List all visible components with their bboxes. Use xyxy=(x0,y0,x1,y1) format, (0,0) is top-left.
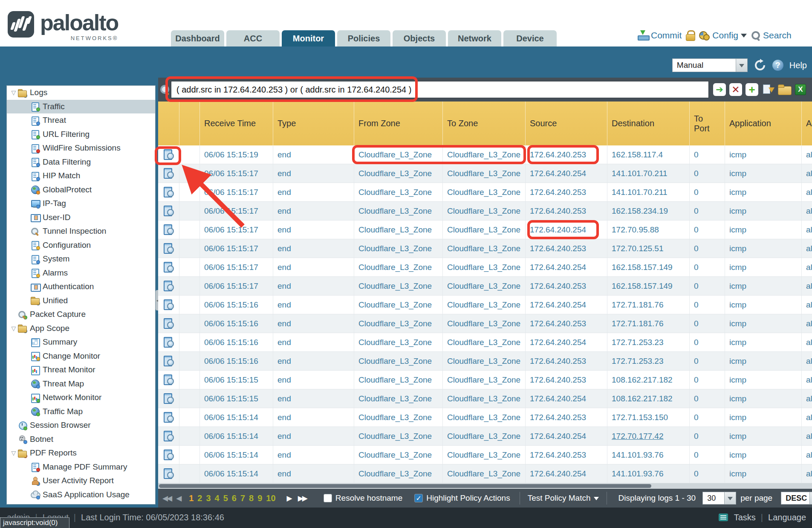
column-header-destination[interactable]: Destination xyxy=(607,102,689,145)
cell-to-port[interactable]: 0 xyxy=(689,427,725,445)
tasks-button[interactable]: Tasks xyxy=(734,513,756,522)
refresh-mode-select[interactable]: Manual xyxy=(672,58,748,72)
cell-application[interactable]: icmp xyxy=(725,183,801,201)
sidebar-item-unified[interactable]: Unified xyxy=(7,294,155,308)
page-number-3[interactable]: 3 xyxy=(206,493,211,503)
per-page-select[interactable]: 30 xyxy=(702,492,736,505)
cell-type[interactable]: end xyxy=(273,408,354,426)
per-page-caret-icon[interactable] xyxy=(725,492,736,505)
refresh-icon[interactable] xyxy=(754,59,766,72)
cell-from-zone[interactable]: Cloudflare_L3_Zone xyxy=(354,296,442,314)
cell-type[interactable]: end xyxy=(273,164,354,183)
tab-acc[interactable]: ACC xyxy=(226,30,280,46)
cell-destination[interactable]: 172.70.125.51 xyxy=(607,239,689,258)
page-number-9[interactable]: 9 xyxy=(257,493,262,503)
commit-button[interactable]: Commit xyxy=(637,30,682,41)
lock-icon[interactable] xyxy=(686,30,694,41)
cell-from-zone[interactable]: Cloudflare_L3_Zone xyxy=(354,239,442,258)
cell-receive-time[interactable]: 06/06 15:15:14 xyxy=(199,427,273,445)
cell-to-port[interactable]: 0 xyxy=(689,220,725,239)
column-header-action[interactable]: Action xyxy=(801,102,812,145)
cell-to-zone[interactable]: Cloudflare_L3_Zone xyxy=(442,427,525,445)
tree-expander-icon[interactable]: ▽ xyxy=(9,450,18,456)
cell-type[interactable]: end xyxy=(273,277,354,295)
cell-from-zone[interactable]: Cloudflare_L3_Zone xyxy=(354,333,442,351)
cell-action[interactable]: allow xyxy=(801,427,812,445)
cell-action[interactable]: allow xyxy=(801,220,812,239)
cell-to-zone[interactable]: Cloudflare_L3_Zone xyxy=(442,446,525,464)
cell-to-zone[interactable]: Cloudflare_L3_Zone xyxy=(442,202,525,220)
cell-to-zone[interactable]: Cloudflare_L3_Zone xyxy=(442,258,525,276)
cell-receive-time[interactable]: 06/06 15:15:14 xyxy=(199,446,273,464)
column-header-from-zone[interactable]: From Zone xyxy=(354,102,442,145)
log-detail-icon[interactable] xyxy=(164,412,174,423)
cell-destination[interactable]: 172.71.253.23 xyxy=(607,352,689,370)
cell-source[interactable]: 172.64.240.253 xyxy=(525,202,607,220)
cell-to-zone[interactable]: Cloudflare_L3_Zone xyxy=(442,296,525,314)
sidebar-item-threat-map[interactable]: Threat Map xyxy=(7,377,155,391)
cell-type[interactable]: end xyxy=(273,389,354,408)
log-detail-icon[interactable] xyxy=(164,187,174,198)
prev-page-icon[interactable]: ◀ xyxy=(176,494,180,503)
cell-action[interactable]: allow xyxy=(801,202,812,220)
cell-receive-time[interactable]: 06/06 15:15:17 xyxy=(199,258,273,276)
cell-source[interactable]: 172.64.240.253 xyxy=(525,183,607,201)
cell-from-zone[interactable]: Cloudflare_L3_Zone xyxy=(354,164,442,183)
cell-source[interactable]: 172.64.240.254 xyxy=(525,389,607,408)
cell-type[interactable]: end xyxy=(273,183,354,201)
cell-type[interactable]: end xyxy=(273,352,354,370)
tree-expander-icon[interactable]: ▽ xyxy=(9,325,18,332)
cell-source[interactable]: 172.64.240.254 xyxy=(525,164,607,183)
cell-to-zone[interactable]: Cloudflare_L3_Zone xyxy=(442,145,525,164)
log-detail-icon[interactable] xyxy=(164,450,174,461)
cell-destination[interactable]: 172.71.253.23 xyxy=(607,333,689,351)
sort-order-select[interactable]: DESC xyxy=(781,492,812,505)
column-header-receive-time[interactable]: Receive Time xyxy=(199,102,273,145)
cell-destination[interactable]: 141.101.70.211 xyxy=(607,164,689,183)
cell-from-zone[interactable]: Cloudflare_L3_Zone xyxy=(354,464,442,483)
column-header-application[interactable]: Application xyxy=(725,102,801,145)
cell-application[interactable]: icmp xyxy=(725,408,801,426)
cell-destination[interactable]: 162.158.117.4 xyxy=(607,145,689,164)
sidebar-item-saas-application-usage[interactable]: SaaS Application Usage xyxy=(7,488,155,502)
cell-from-zone[interactable]: Cloudflare_L3_Zone xyxy=(354,220,442,239)
page-number-5[interactable]: 5 xyxy=(223,493,228,503)
cell-receive-time[interactable]: 06/06 15:15:17 xyxy=(199,183,273,201)
cell-action[interactable]: allow xyxy=(801,314,812,333)
tab-device[interactable]: Device xyxy=(503,30,557,46)
cell-type[interactable]: end xyxy=(273,145,354,164)
cell-from-zone[interactable]: Cloudflare_L3_Zone xyxy=(354,202,442,220)
add-filter-icon[interactable]: + xyxy=(746,83,758,96)
cell-application[interactable]: icmp xyxy=(725,389,801,408)
sidebar-item-hip-match[interactable]: HIP Match xyxy=(7,169,155,183)
sidebar-item-globalprotect[interactable]: GlobalProtect xyxy=(7,183,155,197)
cell-receive-time[interactable]: 06/06 15:15:15 xyxy=(199,389,273,408)
tab-policies[interactable]: Policies xyxy=(337,30,390,46)
cell-type[interactable]: end xyxy=(273,314,354,333)
scrollbar-thumb[interactable] xyxy=(159,484,651,488)
cell-from-zone[interactable]: Cloudflare_L3_Zone xyxy=(354,352,442,370)
cell-action[interactable]: allow xyxy=(801,333,812,351)
cell-action[interactable]: allow xyxy=(801,296,812,314)
sidebar-item-data-filtering[interactable]: Data Filtering xyxy=(7,155,155,169)
cell-source[interactable]: 172.64.240.253 xyxy=(525,314,607,333)
cell-application[interactable]: icmp xyxy=(725,202,801,220)
cell-application[interactable]: icmp xyxy=(725,296,801,314)
cell-source[interactable]: 172.64.240.253 xyxy=(525,446,607,464)
cell-receive-time[interactable]: 06/06 15:15:16 xyxy=(199,296,273,314)
sidebar-item-session-browser[interactable]: Session Browser xyxy=(7,418,155,432)
cell-to-zone[interactable]: Cloudflare_L3_Zone xyxy=(442,277,525,295)
cell-application[interactable]: icmp xyxy=(725,352,801,370)
cell-action[interactable]: allow xyxy=(801,464,812,483)
test-policy-match-button[interactable]: Test Policy Match xyxy=(520,492,607,505)
cell-to-port[interactable]: 0 xyxy=(689,464,725,483)
cell-receive-time[interactable]: 06/06 15:15:14 xyxy=(199,408,273,426)
cell-type[interactable]: end xyxy=(273,333,354,351)
log-detail-icon[interactable] xyxy=(164,281,174,292)
cell-receive-time[interactable]: 06/06 15:15:14 xyxy=(199,464,273,483)
cell-to-zone[interactable]: Cloudflare_L3_Zone xyxy=(442,314,525,333)
column-header-to-port[interactable]: To Port xyxy=(689,102,725,145)
cell-to-port[interactable]: 0 xyxy=(689,352,725,370)
cell-action[interactable]: allow xyxy=(801,183,812,201)
sidebar-item-ip-tag[interactable]: IP-Tag xyxy=(7,197,155,211)
